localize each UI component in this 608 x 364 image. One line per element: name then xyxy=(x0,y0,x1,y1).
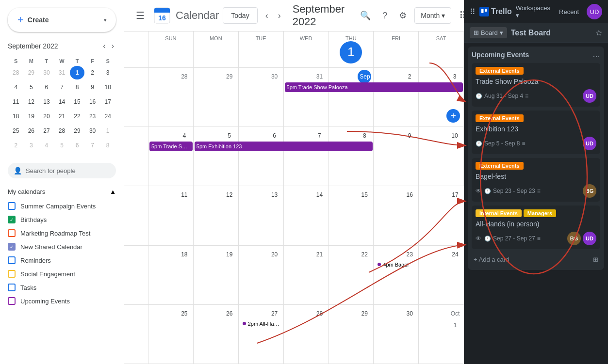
calendar-checkbox[interactable] xyxy=(8,229,16,237)
calendar-day-cell[interactable]: Oct 1 xyxy=(419,305,464,364)
mini-cal-day[interactable]: 17 xyxy=(100,95,115,109)
calendar-day-cell[interactable]: 29 xyxy=(329,305,374,364)
mini-cal-day[interactable]: 15 xyxy=(70,95,84,109)
calendar-day-cell[interactable]: 7 xyxy=(284,127,329,186)
day-number[interactable]: 18 xyxy=(178,248,191,261)
mini-cal-day[interactable]: 4 xyxy=(9,80,23,94)
calendar-checkbox[interactable] xyxy=(8,202,16,210)
calendar-day-cell[interactable]: 31 xyxy=(284,68,329,127)
day-number[interactable]: 26 xyxy=(223,307,236,320)
calendar-day-cell[interactable]: 9 xyxy=(374,127,419,186)
calendar-day-cell[interactable]: 30 xyxy=(374,305,419,364)
mini-cal-day[interactable]: 6 xyxy=(39,80,54,94)
mini-cal-day[interactable]: 4 xyxy=(39,139,54,152)
trello-user-avatar[interactable]: UD xyxy=(587,4,602,19)
calendar-day-cell[interactable]: 20 xyxy=(239,246,284,304)
calendar-day-cell[interactable]: 25 xyxy=(148,305,194,364)
calendar-day-cell[interactable]: 4 xyxy=(148,127,194,186)
day-number[interactable]: 12 xyxy=(223,188,236,202)
mini-cal-prev[interactable]: ‹ xyxy=(101,40,107,52)
calendar-day-cell[interactable]: 28 xyxy=(284,305,329,364)
calendar-day-cell[interactable]: 10 xyxy=(419,127,464,186)
mini-cal-day[interactable]: 7 xyxy=(85,139,100,152)
day-number[interactable]: 8 xyxy=(358,129,371,142)
mini-cal-day[interactable]: 2 xyxy=(85,66,100,79)
mini-cal-day[interactable]: 30 xyxy=(39,66,54,79)
day-number[interactable]: 19 xyxy=(223,248,236,261)
day-number[interactable]: 7 xyxy=(312,129,326,142)
day-number[interactable]: 22 xyxy=(358,248,371,261)
trello-star-icon[interactable]: ☆ xyxy=(595,28,602,37)
day-number[interactable]: 20 xyxy=(268,248,281,261)
day-number[interactable]: 24 xyxy=(448,248,462,261)
view-selector[interactable]: Month ▾ xyxy=(414,7,451,24)
calendar-day-cell[interactable]: 24 xyxy=(419,246,464,304)
trello-add-card-button[interactable]: + Add a card ⊞ xyxy=(472,253,600,266)
calendar-item[interactable]: Upcoming Events xyxy=(0,294,120,308)
day-num-sep1[interactable]: 1 xyxy=(340,41,362,63)
mini-cal-day[interactable]: 30 xyxy=(85,124,100,138)
calendar-checkbox[interactable]: ✓ xyxy=(8,243,16,251)
calendar-span-event[interactable]: 5pm Exhibition 123 xyxy=(195,142,373,151)
mini-cal-day[interactable]: 9 xyxy=(85,80,100,94)
prev-month-button[interactable]: ‹ xyxy=(262,7,272,25)
calendar-day-cell[interactable]: 2 xyxy=(374,68,419,127)
calendar-day-cell[interactable]: 14 xyxy=(284,186,329,245)
mini-cal-day[interactable]: 26 xyxy=(24,124,39,138)
mini-cal-day[interactable]: 18 xyxy=(9,110,23,123)
day-number[interactable]: 2 xyxy=(403,70,416,83)
mini-cal-day[interactable]: 29 xyxy=(70,124,84,138)
mini-cal-day[interactable]: 28 xyxy=(9,66,23,79)
mini-cal-day[interactable]: 11 xyxy=(9,95,23,109)
day-number[interactable]: 31 xyxy=(312,70,326,83)
calendar-day-cell[interactable]: 234pm Bagel xyxy=(374,246,419,304)
calendar-item[interactable]: ✓Birthdays xyxy=(0,213,120,226)
day-number[interactable]: 28 xyxy=(312,307,326,320)
calendar-day-cell[interactable]: 30 xyxy=(239,68,284,127)
trello-board-view-selector[interactable]: ⊞ Board ▾ xyxy=(470,27,507,38)
settings-button[interactable]: ⚙ xyxy=(395,6,411,25)
calendar-event-dot[interactable]: 4pm Bagel xyxy=(376,261,416,268)
mini-cal-day[interactable]: 8 xyxy=(70,80,84,94)
calendar-day-cell[interactable]: 13 xyxy=(239,186,284,245)
mini-cal-day[interactable]: 1 xyxy=(70,66,84,79)
calendar-day-cell[interactable]: 21 xyxy=(284,246,329,304)
calendar-day-cell[interactable]: 15 xyxy=(329,186,374,245)
mini-cal-day[interactable]: 6 xyxy=(70,139,84,152)
day-number[interactable]: 27 xyxy=(268,307,281,320)
calendar-item[interactable]: Tasks xyxy=(0,281,120,294)
mini-cal-day[interactable]: 2 xyxy=(9,139,23,152)
calendar-day-cell[interactable]: 12 xyxy=(194,186,239,245)
trello-workspaces[interactable]: Workspaces ▾ xyxy=(516,4,555,19)
day-number[interactable]: 15 xyxy=(358,188,371,202)
trello-card[interactable]: Internal EventsManagersAll-Hands (in per… xyxy=(472,206,600,249)
calendar-item[interactable]: Reminders xyxy=(0,253,120,267)
day-number[interactable]: 30 xyxy=(268,70,281,83)
calendar-checkbox[interactable]: ✓ xyxy=(8,216,16,223)
calendar-day-cell[interactable]: 19 xyxy=(194,246,239,304)
trello-recent[interactable]: Recent xyxy=(559,8,579,16)
day-number[interactable]: 3 xyxy=(448,70,461,83)
trello-card[interactable]: External EventsBagel-fest👁🕐Sep 23 - Sep … xyxy=(472,158,600,202)
day-number[interactable]: 9 xyxy=(403,129,416,142)
day-number[interactable]: 11 xyxy=(178,188,191,202)
mini-cal-day[interactable]: 8 xyxy=(100,139,115,152)
today-button[interactable]: Today xyxy=(223,7,257,24)
calendar-day-cell[interactable]: 22 xyxy=(329,246,374,304)
search-button[interactable]: 🔍 xyxy=(356,6,375,25)
mini-cal-day[interactable]: 13 xyxy=(39,95,54,109)
add-template-icon[interactable]: ⊞ xyxy=(593,256,598,263)
calendar-day-cell[interactable]: 5 xyxy=(194,127,239,186)
calendar-checkbox[interactable] xyxy=(8,256,16,264)
calendar-day-cell[interactable]: 8 xyxy=(329,127,374,186)
menu-button[interactable]: ☰ xyxy=(132,6,148,25)
calendar-span-event[interactable]: 5pm Trade S… xyxy=(149,142,193,151)
next-month-button[interactable]: › xyxy=(274,7,285,25)
calendar-checkbox[interactable] xyxy=(8,270,16,278)
mini-cal-day[interactable]: 28 xyxy=(55,124,69,138)
day-number[interactable]: 14 xyxy=(312,188,326,202)
mini-cal-day[interactable]: 31 xyxy=(55,66,69,79)
day-number[interactable]: 16 xyxy=(403,188,416,202)
mini-cal-day[interactable]: 3 xyxy=(100,66,115,79)
mini-cal-day[interactable]: 22 xyxy=(70,110,84,123)
